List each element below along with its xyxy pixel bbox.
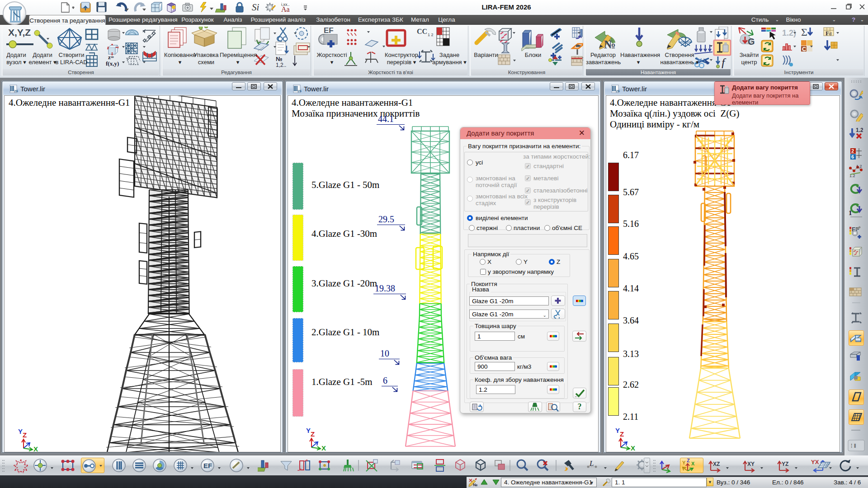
svg-text:X: X — [631, 444, 635, 452]
svg-text:X: X — [33, 445, 38, 453]
svg-text:№: № — [276, 56, 283, 62]
svg-text:26: 26 — [14, 89, 18, 93]
svg-text:Z: Z — [311, 430, 315, 438]
svg-text:XY: XY — [747, 461, 755, 467]
svg-text:L: L — [589, 459, 594, 468]
svg-text:C: C — [802, 46, 807, 52]
svg-text:⁞ ‖: ⁞ ‖ — [851, 443, 856, 449]
svg-text:z=: z= — [108, 54, 114, 61]
svg-text:f: f — [722, 56, 726, 68]
svg-text:X: X — [321, 444, 326, 452]
svg-text:Si: Si — [252, 2, 259, 13]
svg-text:XZ: XZ — [713, 461, 720, 467]
svg-text:6: 6 — [851, 154, 854, 160]
svg-text:Y: Y — [18, 428, 23, 435]
svg-text:Σ: Σ — [801, 27, 807, 38]
svg-text:2: 2 — [851, 148, 854, 154]
svg-text:X: X — [691, 461, 695, 466]
svg-text:EF: EF — [203, 462, 212, 469]
svg-text:Z: Z — [23, 431, 27, 439]
svg-text:Y: Y — [306, 427, 311, 434]
svg-text:Aa: Aa — [281, 5, 290, 13]
svg-text:f(x,y): f(x,y) — [106, 60, 119, 67]
svg-text:Z: Z — [687, 458, 690, 463]
svg-text:1.2: 1.2 — [856, 127, 863, 133]
svg-text:Z: Z — [620, 430, 624, 438]
svg-text:№: № — [473, 483, 477, 487]
svg-text:F: F — [826, 30, 829, 37]
svg-text:d: d — [829, 31, 832, 36]
svg-text:1.2: 1.2 — [856, 164, 862, 169]
svg-text:Y: Y — [682, 460, 686, 465]
svg-text:Y: Y — [615, 427, 620, 434]
svg-text:26: 26 — [297, 89, 302, 93]
svg-text:26: 26 — [616, 89, 620, 93]
svg-text:YZ: YZ — [782, 461, 788, 467]
svg-text:1,2..: 1,2.. — [276, 62, 286, 68]
